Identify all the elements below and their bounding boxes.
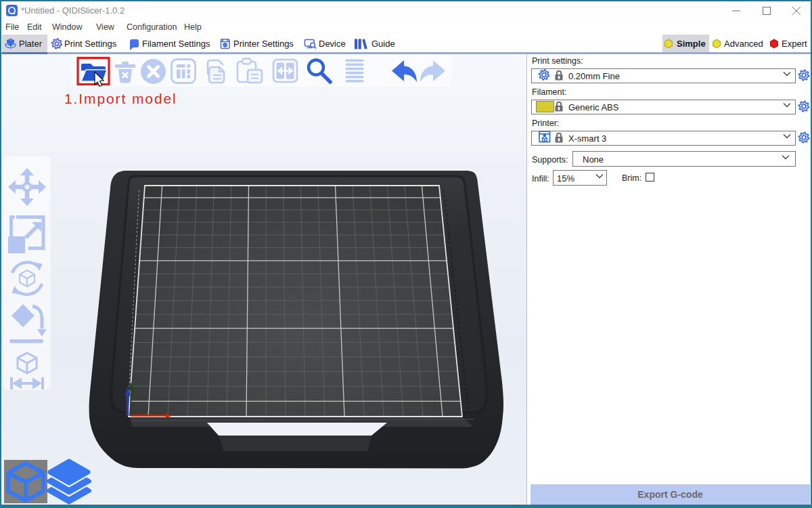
svg-text:1.Import model: 1.Import model — [64, 91, 177, 106]
